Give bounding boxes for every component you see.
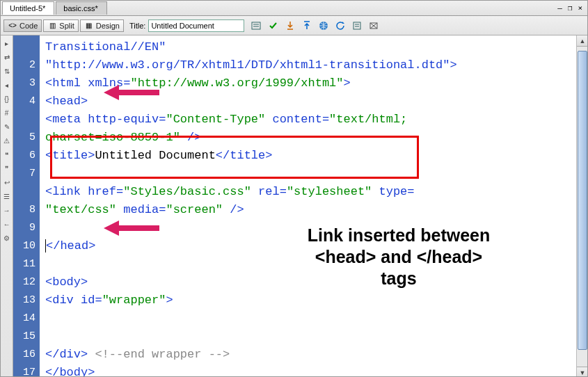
- split-view-button[interactable]: ▥ Split: [43, 19, 78, 32]
- remove-comment-icon[interactable]: ❞: [2, 163, 12, 173]
- tab-untitled5[interactable]: Untitled-5*: [2, 1, 54, 15]
- split-view-label: Split: [59, 22, 74, 30]
- close-button[interactable]: ×: [575, 3, 585, 13]
- vertical-scrollbar[interactable]: ▲ ▼: [576, 35, 587, 377]
- indent-icon[interactable]: →: [2, 205, 12, 215]
- download-icon[interactable]: [285, 20, 296, 31]
- format-icon[interactable]: ⚙: [2, 233, 12, 243]
- visual-aids-icon[interactable]: [368, 20, 379, 31]
- arrow-annotation-1: [104, 83, 159, 102]
- open-docs-icon[interactable]: ▸: [2, 38, 12, 48]
- minimize-button[interactable]: –: [555, 3, 564, 13]
- wrap-tag-icon[interactable]: ↩: [2, 177, 12, 187]
- tab-basiccss[interactable]: basic.css*: [56, 1, 107, 15]
- refresh-icon[interactable]: [335, 20, 346, 31]
- arrow-annotation-2: [104, 218, 159, 238]
- main-toolbar: <> Code ▥ Split ▦ Design Title:: [1, 16, 587, 35]
- validate-icon[interactable]: [268, 20, 279, 31]
- file-management-icon[interactable]: [251, 20, 262, 31]
- main-area: ▸ ⇄ ⇅ ◂ {} # ✎ ⚠ ❝ ❞ ↩ ☰ → ← ⚙ 234 567 8…: [1, 35, 587, 377]
- window-controls: – ❐ ×: [555, 3, 587, 13]
- recent-snippets-icon[interactable]: ☰: [2, 191, 12, 201]
- restore-button[interactable]: ❐: [566, 3, 575, 13]
- code-toolbar-sidebar: ▸ ⇄ ⇅ ◂ {} # ✎ ⚠ ❝ ❞ ↩ ☰ → ← ⚙: [1, 35, 13, 377]
- scroll-up-arrow[interactable]: ▲: [577, 35, 588, 47]
- svg-rect-2: [353, 22, 360, 29]
- scroll-down-arrow[interactable]: ▼: [577, 367, 588, 377]
- balance-braces-icon[interactable]: {}: [2, 94, 12, 104]
- code-view-label: Code: [19, 22, 38, 30]
- code-editor[interactable]: 234 567 89101112131415161718 Transitiona…: [13, 35, 576, 377]
- code-view-button[interactable]: <> Code: [3, 19, 42, 32]
- design-icon: ▦: [84, 22, 94, 30]
- line-number-gutter: 234 567 89101112131415161718: [13, 35, 40, 377]
- split-icon: ▥: [47, 22, 57, 30]
- line-numbers-icon[interactable]: #: [2, 108, 12, 118]
- upload-icon[interactable]: [301, 20, 312, 31]
- syntax-error-icon[interactable]: ⚠: [2, 136, 12, 145]
- document-title-input[interactable]: [148, 19, 244, 32]
- code-icon: <>: [8, 22, 17, 30]
- expand-icon[interactable]: ⇅: [2, 66, 12, 76]
- globe-icon[interactable]: [318, 20, 329, 31]
- outdent-icon[interactable]: ←: [2, 219, 12, 229]
- svg-rect-0: [252, 22, 260, 29]
- collapse-icon[interactable]: ⇄: [2, 52, 12, 62]
- options-icon[interactable]: [351, 20, 363, 31]
- title-field-label: Title:: [129, 22, 145, 30]
- design-view-label: Design: [96, 22, 120, 30]
- highlight-icon[interactable]: ✎: [2, 122, 12, 131]
- text-annotation: Link inserted between <head> and </head>…: [273, 225, 524, 289]
- apply-comment-icon[interactable]: ❝: [2, 150, 12, 159]
- document-tab-bar: Untitled-5* basic.css* – ❐ ×: [1, 1, 587, 16]
- design-view-button[interactable]: ▦ Design: [80, 19, 124, 32]
- parent-tag-icon[interactable]: ◂: [2, 80, 12, 90]
- scroll-thumb[interactable]: [578, 51, 587, 350]
